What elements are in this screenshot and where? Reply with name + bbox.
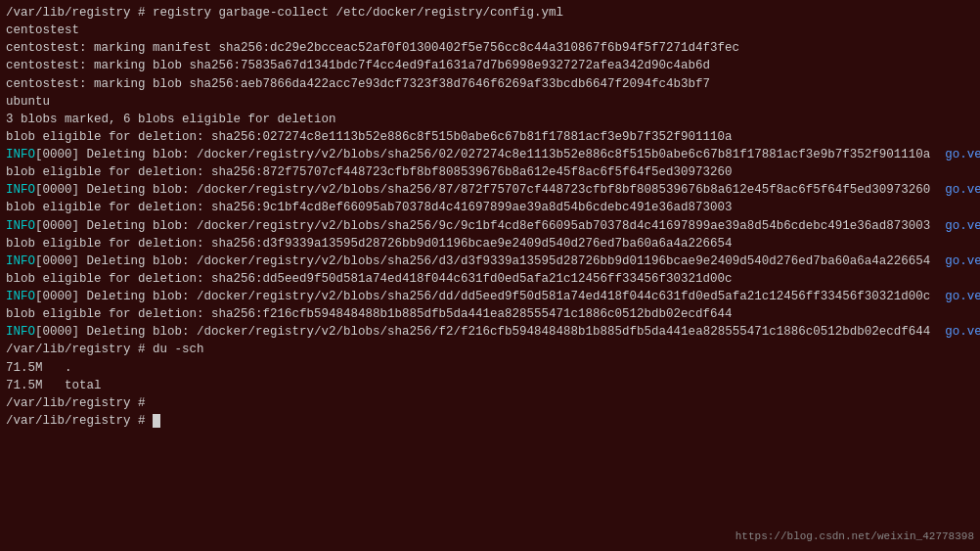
watermark: https://blog.csdn.net/weixin_42778398 <box>735 529 974 545</box>
terminal-line: 71.5M . <box>6 359 974 377</box>
terminal-line: blob eligible for deletion: sha256:f216c… <box>6 305 974 323</box>
terminal-line: centostest: marking blob sha256:75835a67… <box>6 57 974 74</box>
terminal-line: centostest <box>6 22 974 39</box>
terminal-line: 3 blobs marked, 6 blobs eligible for del… <box>6 111 974 128</box>
terminal-line: /var/lib/registry # <box>6 394 974 412</box>
terminal: /var/lib/registry # registry garbage-col… <box>0 0 980 551</box>
terminal-line: /var/lib/registry # du -sch <box>6 341 974 358</box>
terminal-line: INFO[0000] Deleting blob: /docker/regist… <box>6 288 974 305</box>
terminal-line: /var/lib/registry # registry garbage-col… <box>6 4 974 22</box>
terminal-line: /var/lib/registry # <box>6 412 974 430</box>
terminal-line: ubuntu <box>6 93 974 111</box>
terminal-line: centostest: marking blob sha256:aeb7866d… <box>6 75 974 93</box>
terminal-line: blob eligible for deletion: sha256:d3f93… <box>6 235 974 253</box>
terminal-line: INFO[0000] Deleting blob: /docker/regist… <box>6 217 974 235</box>
terminal-line: centostest: marking manifest sha256:dc29… <box>6 39 974 57</box>
terminal-line: INFO[0000] Deleting blob: /docker/regist… <box>6 253 974 270</box>
terminal-line: blob eligible for deletion: sha256:9c1bf… <box>6 199 974 216</box>
terminal-line: INFO[0000] Deleting blob: /docker/regist… <box>6 181 974 199</box>
terminal-line: blob eligible for deletion: sha256:dd5ee… <box>6 270 974 288</box>
terminal-line: INFO[0000] Deleting blob: /docker/regist… <box>6 146 974 163</box>
terminal-line: INFO[0000] Deleting blob: /docker/regist… <box>6 323 974 341</box>
terminal-line: blob eligible for deletion: sha256:02727… <box>6 128 974 146</box>
terminal-line: 71.5M total <box>6 377 974 394</box>
terminal-line: blob eligible for deletion: sha256:872f7… <box>6 163 974 181</box>
